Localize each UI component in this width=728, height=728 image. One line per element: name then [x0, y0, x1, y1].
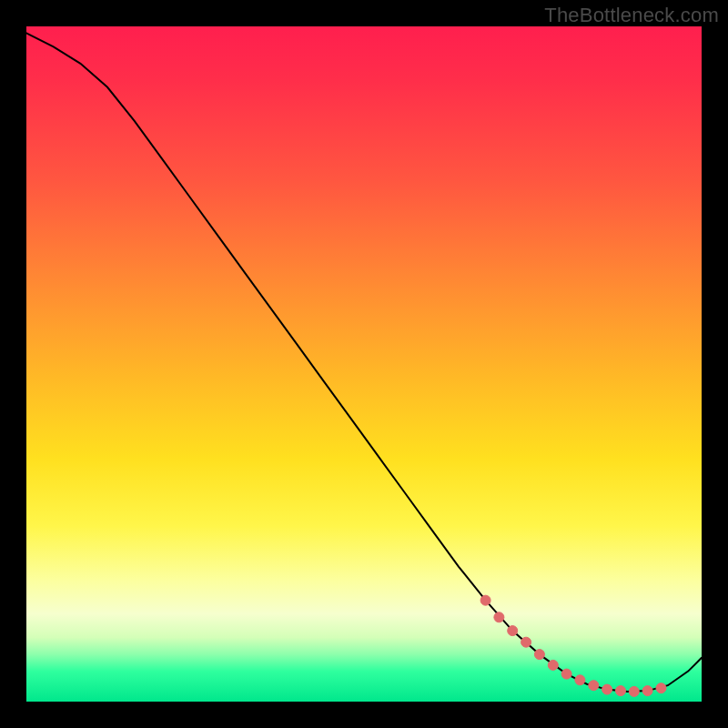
highlight-dot	[642, 686, 652, 696]
highlight-dot	[602, 684, 612, 694]
bottleneck-curve	[26, 33, 702, 692]
highlight-dot	[589, 681, 599, 691]
watermark-text: TheBottleneck.com	[544, 4, 719, 27]
highlight-dot	[561, 669, 571, 679]
highlight-dot	[656, 683, 666, 693]
highlight-dot	[548, 660, 558, 670]
highlight-dots	[480, 595, 666, 696]
plot-area	[26, 26, 702, 702]
highlight-dot	[480, 595, 490, 605]
chart-stage: TheBottleneck.com	[0, 0, 728, 728]
highlight-dot	[575, 675, 585, 685]
curve-layer	[26, 26, 702, 702]
highlight-dot	[534, 650, 544, 660]
highlight-dot	[521, 637, 531, 647]
highlight-dot	[616, 686, 626, 696]
highlight-dot	[629, 686, 639, 696]
highlight-dot	[508, 626, 518, 636]
highlight-dot	[494, 612, 504, 622]
